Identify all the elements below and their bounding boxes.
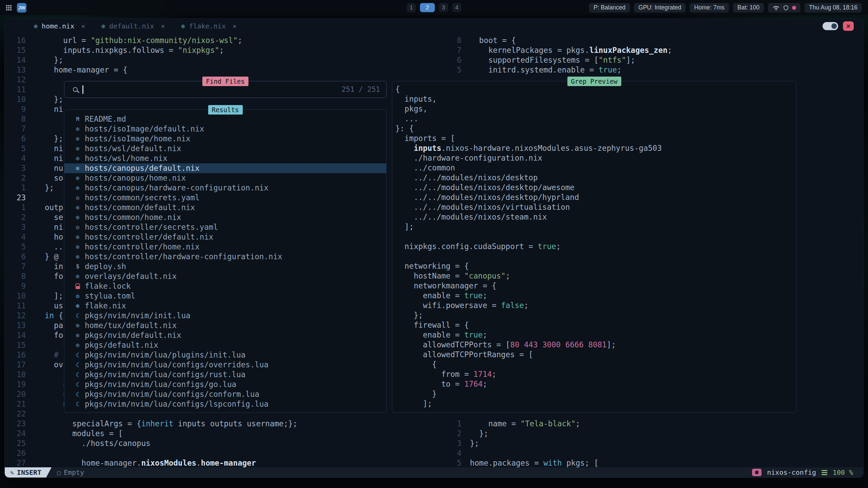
result-item[interactable]: ❄ overlays/default.nix [64, 271, 386, 281]
result-item[interactable]: ⚙ hosts/controller/secrets.yaml [64, 222, 386, 232]
result-item[interactable]: ☾ pkgs/nvim/nvim/lua/configs/lspconfig.l… [64, 399, 386, 409]
result-item[interactable]: ❄ hosts/isoImage/home.nix [64, 134, 386, 144]
line-number: 10 [5, 291, 26, 301]
status-module: Home: 7ms [690, 3, 729, 13]
result-item[interactable]: ❄ pkgs/nvim/default.nix [64, 330, 386, 340]
file-icon: ☾ [74, 311, 81, 321]
workspace-button[interactable]: 1 [407, 3, 416, 12]
preview-line: ../../modules/nixos/steam.nix [395, 212, 796, 222]
tab-close-icon[interactable]: × [233, 22, 237, 30]
result-item[interactable]: ❄ hosts/canopus/default.nix [64, 163, 386, 173]
preview-line: pkgs, [395, 104, 796, 114]
preview-line: enable = true; [395, 291, 796, 301]
workspace-button[interactable]: 3 [439, 3, 448, 12]
shield-icon [783, 5, 789, 11]
result-item[interactable]: ❄ hosts/common/default.nix [64, 203, 386, 212]
code-text: ni [45, 154, 63, 163]
file-path: pkgs/nvim/nvim/lua/configs/lspconfig.lua [85, 399, 269, 409]
code-text: pa [45, 321, 63, 330]
preview-line: firewall = { [395, 320, 796, 330]
line-number: 8 [441, 36, 461, 45]
result-item[interactable]: ❄ home/tux/default.nix [64, 321, 386, 330]
buffer-indicator: ▢ Empty [57, 468, 84, 476]
code-text: us [45, 301, 63, 311]
tab-close-icon[interactable]: × [81, 22, 85, 30]
code-text: fo [45, 330, 63, 340]
code-row: 25 ./hosts/canopus [5, 439, 297, 448]
file-path: hosts/controller/secrets.yaml [85, 222, 218, 232]
preview-line: { [395, 360, 796, 369]
result-item[interactable]: ⚙ stylua.toml [64, 291, 386, 301]
line-number: 1 [441, 419, 461, 429]
result-item[interactable]: ☾ pkgs/nvim/nvim/init.lua [64, 311, 386, 321]
line-number: 1 [5, 183, 26, 193]
workspace-button[interactable]: 4 [452, 3, 461, 12]
preview-line: ./hardware-configuration.nix [395, 153, 796, 163]
code-row: 16 url = "github:nix-community/nixos-wsl… [5, 36, 297, 45]
result-item[interactable]: $ deploy.sh [64, 262, 386, 271]
tab-close-icon[interactable]: × [161, 22, 165, 30]
result-item[interactable]: ☾ pkgs/nvim/nvim/lua/plugins/init.lua [64, 350, 386, 360]
nix-file-icon: ❄ [34, 23, 38, 30]
result-item[interactable]: ☾ pkgs/nvim/nvim/lua/configs/overrides.l… [64, 360, 386, 370]
result-item[interactable]: ❄ flake.nix [64, 301, 386, 311]
results-panel: Results M README.md ❄ hosts/isoImage/def… [64, 109, 387, 413]
file-icon: ☾ [74, 350, 81, 360]
nix-file-icon: ❄ [181, 23, 185, 30]
code-text: home.packages = with pkgs; [ [470, 458, 598, 468]
file-path: stylua.toml [85, 291, 135, 301]
code-text: specialArgs = {inherit inputs outputs us… [45, 419, 297, 429]
line-number: 7 [5, 262, 26, 271]
line-number: 22 [5, 409, 26, 419]
file-icon: $ [74, 262, 81, 271]
workspace-button[interactable]: 2 [420, 3, 435, 12]
file-path: hosts/common/home.nix [85, 212, 181, 222]
result-count: 251 / 251 [341, 85, 380, 94]
wifi-icon [772, 5, 780, 11]
top-bar: JW 1 2 3 4 P: Balanced GPU: I [0, 0, 868, 15]
result-item[interactable]: ❄ hosts/wsl/home.nix [64, 154, 386, 163]
scroll-position-icon [822, 469, 827, 476]
file-path: home/tux/default.nix [85, 321, 177, 330]
code-row: 4 [441, 448, 598, 458]
file-icon: ⚙ [74, 291, 81, 301]
preview-line: networking = { [395, 261, 796, 271]
preview-line: ../../modules/nixos/desktop [395, 173, 796, 183]
preview-line: } [395, 389, 796, 399]
code-row: 5 home.packages = with pkgs; [ [441, 458, 598, 468]
line-number: 13 [5, 321, 26, 330]
line-number: 14 [5, 55, 26, 65]
result-item[interactable]: ☾ pkgs/nvim/nvim/lua/configs/conform.lua [64, 389, 386, 399]
result-item[interactable]: flake.lock [64, 281, 386, 291]
result-item[interactable]: M README.md [64, 114, 386, 124]
file-path: deploy.sh [85, 262, 126, 271]
line-number: 3 [5, 222, 26, 232]
mode-indicator: ✎ INSERT [5, 467, 52, 477]
result-item[interactable]: ❄ hosts/controller/hardware-configuratio… [64, 252, 386, 262]
buffer-tab[interactable]: ❄ home.nix × [26, 19, 93, 34]
result-item[interactable]: ❄ hosts/controller/default.nix [64, 232, 386, 242]
file-path: hosts/common/default.nix [85, 203, 195, 212]
result-item[interactable]: ❄ hosts/common/home.nix [64, 212, 386, 222]
result-item[interactable]: ❄ hosts/controller/home.nix [64, 242, 386, 252]
preview-line: allowedTCPPortRanges = [ [395, 350, 796, 360]
toggle-pill[interactable] [823, 22, 838, 30]
result-item[interactable]: ❄ hosts/canopus/home.nix [64, 173, 386, 183]
launcher-logo[interactable]: JW [17, 3, 26, 13]
file-path: pkgs/nvim/nvim/lua/configs/conform.lua [85, 389, 259, 399]
result-item[interactable]: ❄ pkgs/default.nix [64, 340, 386, 350]
line-number: 23 [5, 419, 26, 429]
buffer-tab[interactable]: ❄ flake.nix × [173, 19, 245, 34]
code-text: home-manager.nixosModules.home-manager [45, 458, 256, 468]
result-item[interactable]: ☾ pkgs/nvim/nvim/lua/configs/go.lua [64, 380, 386, 389]
buffer-tab[interactable]: ❄ default.nix × [93, 19, 173, 34]
file-path: pkgs/nvim/nvim/lua/configs/rust.lua [85, 370, 245, 380]
window-close-button[interactable]: × [843, 21, 854, 31]
result-item[interactable]: ❄ hosts/isoImage/default.nix [64, 124, 386, 134]
apps-menu-icon[interactable] [6, 5, 12, 11]
result-item[interactable]: ❄ hosts/canopus/hardware-configuration.n… [64, 183, 386, 193]
result-item[interactable]: ❄ hosts/wsl/default.nix [64, 144, 386, 154]
result-item[interactable]: ☾ pkgs/nvim/nvim/lua/configs/rust.lua [64, 370, 386, 380]
result-item[interactable]: ⚙ hosts/common/secrets.yaml [64, 193, 386, 203]
workspace-switcher: 1 2 3 4 [407, 3, 461, 12]
